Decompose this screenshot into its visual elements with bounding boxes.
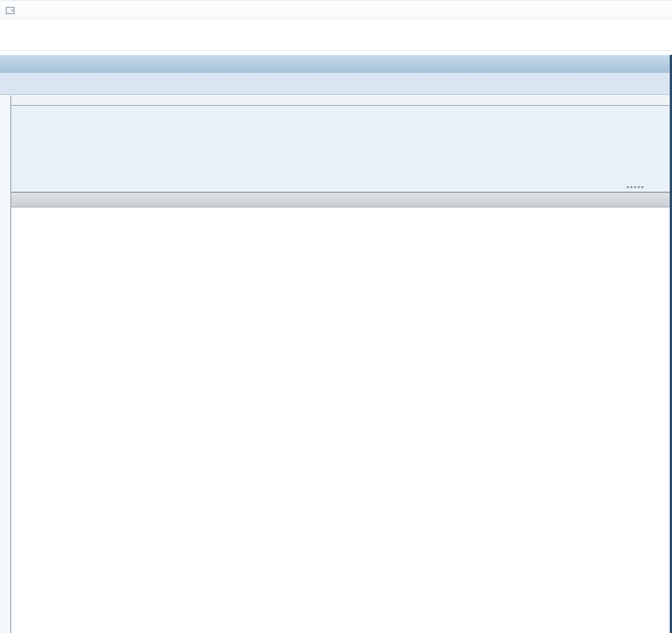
alv-grid xyxy=(11,192,670,207)
screen-title-bar xyxy=(0,55,670,73)
left-margin xyxy=(0,96,11,633)
standard-toolbar xyxy=(0,20,672,51)
column-resize-grip[interactable]: ●●●●● xyxy=(624,184,647,190)
alv-toolbar xyxy=(0,73,670,95)
content-gap xyxy=(0,96,670,105)
table-header-row xyxy=(11,193,670,207)
window-right-edge xyxy=(670,55,672,633)
window-titlebar xyxy=(0,0,672,21)
screen-icon xyxy=(5,6,16,15)
report-header-panel xyxy=(11,105,670,191)
